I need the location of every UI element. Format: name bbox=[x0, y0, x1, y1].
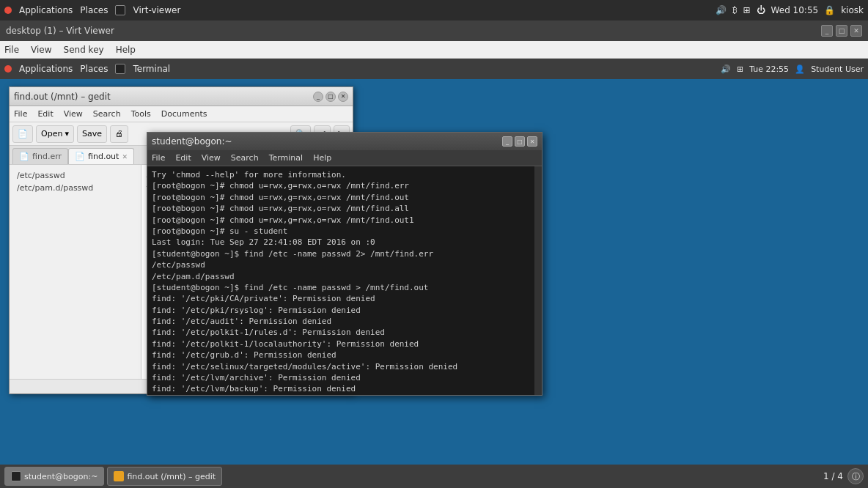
host-power-icon: ⏻ bbox=[757, 5, 765, 15]
terminal-menu-file[interactable]: File bbox=[152, 153, 165, 163]
gedit-open-arrow: ▾ bbox=[65, 129, 69, 138]
gedit-save-label: Save bbox=[82, 129, 102, 138]
gedit-sidebar-file-2[interactable]: /etc/pam.d/passwd bbox=[14, 182, 136, 194]
inner-taskbar-left: Applications Places Terminal bbox=[4, 64, 170, 74]
gedit-new-button[interactable]: 📄 bbox=[12, 125, 33, 143]
terminal-menu-view[interactable]: View bbox=[202, 153, 221, 163]
inner-pager-text: 1 / 4 bbox=[823, 471, 843, 481]
terminal-line-1: [root@bogon ~]# chmod u=rwx,g=rwx,o=rwx … bbox=[152, 180, 530, 191]
host-app-menu[interactable]: Applications bbox=[19, 5, 73, 15]
gedit-tab-find-out-close[interactable]: ✕ bbox=[122, 153, 128, 160]
inner-taskbar-gedit-icon bbox=[114, 471, 124, 481]
terminal-line-17: find: '/etc/selinux/targeted/modules/act… bbox=[152, 361, 530, 372]
inner-places[interactable]: Places bbox=[80, 64, 108, 74]
terminal-menu-terminal[interactable]: Terminal bbox=[269, 153, 304, 163]
gedit-tab-find-err-label: find.err bbox=[32, 152, 62, 161]
gedit-menu-search[interactable]: Search bbox=[93, 109, 121, 119]
inner-user-label: Student User bbox=[811, 64, 864, 74]
virt-menu-sendkey[interactable]: Send key bbox=[64, 45, 104, 55]
terminal-line-6: Last login: Tue Sep 27 22:41:08 EDT 2016… bbox=[152, 237, 530, 248]
inner-app-menu[interactable]: Applications bbox=[19, 64, 73, 74]
inner-desktop: Applications Places Terminal 🔊 ⊞ Tue 22:… bbox=[0, 59, 868, 488]
terminal-line-18: find: '/etc/lvm/archive': Permission den… bbox=[152, 372, 530, 383]
virt-menubar: File View Send key Help bbox=[0, 41, 868, 59]
host-kiosk-label: kiosk bbox=[841, 5, 864, 15]
gedit-menu-view[interactable]: View bbox=[64, 109, 83, 119]
inner-volume-icon: 🔊 bbox=[721, 64, 731, 74]
host-time: Wed 10:55 bbox=[771, 5, 819, 15]
inner-terminal-label[interactable]: Terminal bbox=[133, 64, 170, 74]
virt-menu-view[interactable]: View bbox=[31, 45, 51, 55]
gedit-menu-file[interactable]: File bbox=[14, 109, 27, 119]
terminal-maximize-button[interactable]: □ bbox=[515, 136, 525, 147]
host-active-app[interactable]: Virt-viewer bbox=[133, 5, 180, 15]
virt-titlebar: desktop (1) – Virt Viewer _ □ ✕ bbox=[0, 21, 868, 41]
gedit-menu-tools[interactable]: Tools bbox=[131, 109, 151, 119]
terminal-line-11: find: '/etc/pki/CA/private': Permission … bbox=[152, 293, 530, 304]
terminal-line-2: [root@bogon ~]# chmod u=rwx,g=rwx,o=rwx … bbox=[152, 192, 530, 203]
gedit-tab-find-out-label: find.out bbox=[88, 152, 119, 161]
gedit-titlebar-buttons: _ □ ✕ bbox=[313, 92, 348, 102]
gedit-print-button[interactable]: 🖨 bbox=[110, 125, 128, 143]
inner-taskbar-pager: 1 / 4 ⓘ bbox=[823, 468, 864, 484]
virt-viewer-window: desktop (1) – Virt Viewer _ □ ✕ File Vie… bbox=[0, 21, 868, 488]
host-taskbar: Applications Places Virt-viewer 🔊 ₿ ⊞ ⏻ … bbox=[0, 0, 868, 21]
gedit-menu-documents[interactable]: Documents bbox=[161, 109, 207, 119]
gedit-save-button[interactable]: Save bbox=[77, 125, 107, 143]
gedit-menu-edit[interactable]: Edit bbox=[37, 109, 53, 119]
host-bluetooth-icon: ₿ bbox=[732, 5, 738, 15]
terminal-line-3: [root@bogon ~]# chmod u=rwx,g=rwx,o=rwx … bbox=[152, 203, 530, 214]
inner-pager-button[interactable]: ⓘ bbox=[847, 468, 864, 484]
inner-user-icon: 👤 bbox=[795, 64, 805, 74]
terminal-body: Try 'chmod --help' for more information.… bbox=[147, 166, 542, 395]
terminal-menu-edit[interactable]: Edit bbox=[175, 153, 191, 163]
terminal-line-9: /etc/pam.d/passwd bbox=[152, 271, 530, 282]
gedit-tab-icon: 📄 bbox=[19, 152, 29, 161]
terminal-close-button[interactable]: ✕ bbox=[527, 136, 537, 147]
terminal-line-0: Try 'chmod --help' for more information. bbox=[152, 169, 530, 180]
gedit-tab-find-err[interactable]: 📄 find.err bbox=[12, 148, 68, 164]
gedit-tab-find-out[interactable]: 📄 find.out ✕ bbox=[68, 148, 134, 164]
gedit-menubar: File Edit View Search Tools Documents bbox=[10, 106, 353, 122]
virt-close-button[interactable]: ✕ bbox=[850, 25, 862, 37]
virt-titlebar-buttons: _ □ ✕ bbox=[821, 25, 862, 37]
gedit-sidebar: /etc/passwd /etc/pam.d/passwd bbox=[10, 165, 141, 379]
gedit-sidebar-file-1[interactable]: /etc/passwd bbox=[14, 169, 136, 182]
inner-time: Tue 22:55 bbox=[749, 64, 789, 74]
inner-app-icon bbox=[4, 65, 12, 73]
gedit-minimize-button[interactable]: _ bbox=[313, 92, 323, 102]
host-places[interactable]: Places bbox=[80, 5, 108, 15]
inner-taskbar-item-gedit[interactable]: find.out (/mnt) – gedit bbox=[107, 467, 222, 486]
terminal-menu-search[interactable]: Search bbox=[231, 153, 259, 163]
terminal-line-15: find: '/etc/polkit-1/localauthority': Pe… bbox=[152, 339, 530, 350]
inner-bottom-taskbar: student@bogon:~ find.out (/mnt) – gedit … bbox=[0, 465, 868, 488]
gedit-tab-find-out-icon: 📄 bbox=[75, 152, 85, 161]
virt-minimize-button[interactable]: _ bbox=[821, 25, 833, 37]
terminal-menu-help[interactable]: Help bbox=[313, 153, 331, 163]
terminal-scrollbar[interactable] bbox=[534, 166, 542, 395]
gedit-close-button[interactable]: ✕ bbox=[338, 92, 348, 102]
gedit-maximize-button[interactable]: □ bbox=[326, 92, 336, 102]
terminal-content[interactable]: Try 'chmod --help' for more information.… bbox=[147, 166, 534, 395]
host-app-icon bbox=[4, 7, 12, 14]
terminal-titlebar: student@bogon:~ _ □ ✕ bbox=[147, 133, 542, 150]
terminal-line-10: [student@bogon ~]$ find /etc -name passw… bbox=[152, 282, 530, 293]
inner-taskbar-gedit-label: find.out (/mnt) – gedit bbox=[127, 472, 216, 481]
gedit-open-button[interactable]: Open ▾ bbox=[36, 125, 74, 143]
terminal-minimize-button[interactable]: _ bbox=[502, 136, 512, 147]
gedit-open-label: Open bbox=[41, 129, 62, 138]
terminal-line-7: [student@bogon ~]$ find /etc -name passw… bbox=[152, 248, 530, 259]
terminal-window: student@bogon:~ _ □ ✕ File Edit View Sea… bbox=[147, 132, 542, 396]
terminal-line-16: find: '/etc/grub.d': Permission denied bbox=[152, 350, 530, 361]
gedit-titlebar: find.out (/mnt) – gedit _ □ ✕ bbox=[10, 87, 353, 106]
inner-taskbar-item-terminal[interactable]: student@bogon:~ bbox=[4, 467, 104, 486]
host-volume-icon: 🔊 bbox=[716, 5, 727, 15]
gedit-title: find.out (/mnt) – gedit bbox=[14, 92, 111, 102]
host-kiosk-icon: 🔒 bbox=[824, 5, 835, 15]
virt-menu-file[interactable]: File bbox=[4, 45, 19, 55]
virt-menu-help[interactable]: Help bbox=[116, 45, 136, 55]
terminal-line-19: find: '/etc/lvm/backup': Permission deni… bbox=[152, 383, 530, 394]
virt-maximize-button[interactable]: □ bbox=[836, 25, 847, 37]
terminal-menubar: File Edit View Search Terminal Help bbox=[147, 150, 542, 166]
terminal-titlebar-buttons: _ □ ✕ bbox=[502, 136, 537, 147]
